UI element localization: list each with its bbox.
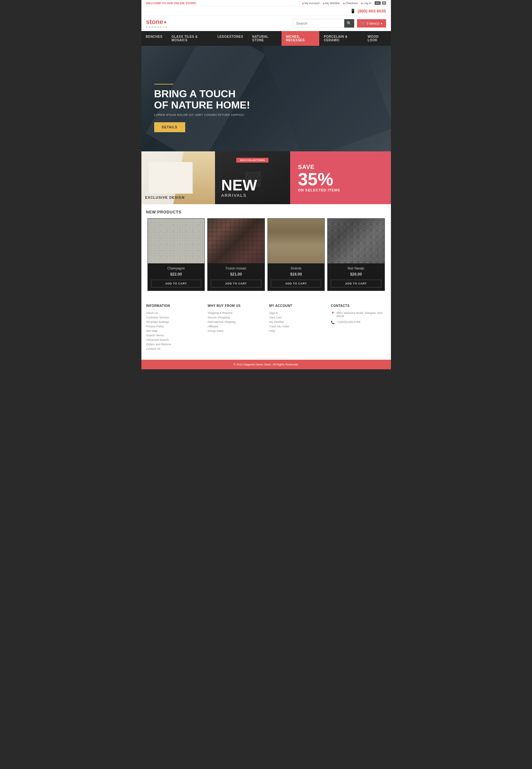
phone-bar: 📱 (800) 603 6035 xyxy=(141,6,391,16)
product-price-strands: $18.00 xyxy=(271,272,322,276)
footer-my-wishlist[interactable]: My Wishlist xyxy=(269,320,325,323)
footer-contacts-title: CONTACTS xyxy=(331,304,386,307)
logo[interactable]: stone✦ PRODUCTS xyxy=(146,18,168,28)
top-bar: WELCOME TO OUR ONLINE STORE! My Account … xyxy=(141,0,391,6)
promo-arrivals-label: ARRIVALS xyxy=(221,193,290,198)
promo-percent: 35% xyxy=(298,170,333,188)
hero-subtitle: LOREM IPSUM DOLOR SIT AMET CONSECTETUER … xyxy=(154,113,250,116)
footer-about-us[interactable]: About Us xyxy=(146,311,202,314)
add-to-cart-fusion[interactable]: ADD TO CART xyxy=(211,280,261,287)
new-products-title: NEW PRODUCTS xyxy=(141,204,391,218)
footer-shipping-returns[interactable]: Shipping & Returns xyxy=(208,311,263,314)
checkout-link[interactable]: Checkout xyxy=(343,2,358,5)
product-name-noir: Noir Navajo xyxy=(331,266,381,270)
footer-address-item: 📍 8901 Marmora Road, Glasgow, D04 89GR xyxy=(331,311,386,318)
product-card-strands: Strands $18.00 ADD TO CART xyxy=(267,218,325,291)
hero-title: BRING A TOUCHOF NATURE HOME! xyxy=(154,88,250,111)
footer-advanced-search[interactable]: Advanced Search xyxy=(146,338,202,341)
product-info-fusion: Fusion mosaic $21.00 ADD TO CART xyxy=(208,263,265,290)
promo-exclusive-design[interactable]: EXCLUSIVE DESIGN xyxy=(141,151,215,204)
footer-col-why-buy: WHY BUY FROM US Shipping & Returns Secur… xyxy=(208,304,263,352)
add-to-cart-strands[interactable]: ADD TO CART xyxy=(271,280,322,287)
footer-affiliates[interactable]: Affiliates xyxy=(208,325,263,328)
cart-count: 0 item(s) xyxy=(367,22,379,25)
phone-icon: 📱 xyxy=(350,9,355,13)
product-price-noir: $26.00 xyxy=(331,272,381,276)
promo-new-arrivals[interactable]: ▨ 2015 COLLECTIONS NEW ARRIVALS xyxy=(215,151,290,204)
product-image-noir xyxy=(328,218,385,263)
search-button[interactable]: 🔍 xyxy=(344,19,354,28)
hero-banner: BRING A TOUCHOF NATURE HOME! LOREM IPSUM… xyxy=(141,46,391,151)
cart-chevron: ▾ xyxy=(381,22,382,25)
nav-glass-tiles[interactable]: GLASS TILES & MOSAICS xyxy=(167,31,213,46)
promo-center-badge: 2015 COLLECTIONS xyxy=(236,158,268,162)
copyright-text: © 2014 Magento Demo Store. All Rights Re… xyxy=(234,363,298,366)
flag-currency[interactable]: $ xyxy=(382,1,386,5)
product-card-fusion: Fusion mosaic $21.00 ADD TO CART xyxy=(207,218,265,291)
logo-sub: PRODUCTS xyxy=(146,26,168,28)
footer-customer-service[interactable]: Customer Service xyxy=(146,316,202,319)
product-price-fusion: $21.00 xyxy=(211,272,261,276)
login-link[interactable]: Log In xyxy=(361,2,371,5)
language-flags: EN $ xyxy=(375,1,386,5)
footer-phone-item: 📞 +1(800)1345-6789 xyxy=(331,320,386,324)
footer-account-title: MY ACCOUNT xyxy=(269,304,325,307)
footer-privacy-policy[interactable]: Privacy Policy xyxy=(146,325,202,328)
add-to-cart-noir[interactable]: ADD TO CART xyxy=(331,280,381,287)
product-image-fusion xyxy=(208,218,265,263)
phone-footer-icon: 📞 xyxy=(331,321,335,324)
footer-information-title: INFORMATION xyxy=(146,304,202,307)
promo-new-label: NEW xyxy=(221,178,290,193)
footer-contact-us[interactable]: Contact Us xyxy=(146,347,202,350)
nav-wood-look[interactable]: WOOD LOOK xyxy=(363,31,391,46)
product-card-champagne: Champagne $22.00 ADD TO CART xyxy=(147,218,205,291)
search-input[interactable] xyxy=(293,20,344,27)
phone-number: 📱 (800) 603 6035 xyxy=(350,9,386,13)
add-to-cart-champagne[interactable]: ADD TO CART xyxy=(151,280,202,287)
footer-international-shipping[interactable]: International Shipping xyxy=(208,320,263,323)
product-info-champagne: Champagne $22.00 ADD TO CART xyxy=(148,263,205,290)
footer-help[interactable]: Help xyxy=(269,329,325,332)
footer-site-map[interactable]: Site Map xyxy=(146,329,202,332)
cart-button[interactable]: 🛒 0 item(s) ▾ xyxy=(357,19,386,28)
header: stone✦ PRODUCTS 🔍 🛒 0 item(s) ▾ xyxy=(141,16,391,31)
top-bar-links: My Account My Wishlist Checkout Log In E… xyxy=(302,1,386,5)
footer-col-information: INFORMATION About Us Customer Service Te… xyxy=(146,304,202,352)
welcome-text: WELCOME TO OUR ONLINE STORE! xyxy=(146,2,196,5)
my-account-link[interactable]: My Account xyxy=(302,2,319,5)
footer-track-order[interactable]: Track My Order xyxy=(269,325,325,328)
logo-text: stone✦ xyxy=(146,18,168,26)
nav-ledgestones[interactable]: LEDGESTONES xyxy=(213,31,248,46)
footer-bottom: © 2014 Magento Demo Store. All Rights Re… xyxy=(141,360,391,369)
footer-template-settings[interactable]: Template Settings xyxy=(146,320,202,323)
flag-en[interactable]: EN xyxy=(375,1,381,5)
footer-why-buy-title: WHY BUY FROM US xyxy=(208,304,263,307)
promo-row: EXCLUSIVE DESIGN ▨ 2015 COLLECTIONS NEW … xyxy=(141,151,391,204)
footer-secure-shopping[interactable]: Secure Shopping xyxy=(208,316,263,319)
footer-address: 8901 Marmora Road, Glasgow, D04 89GR xyxy=(337,311,386,318)
nav-porcelain[interactable]: PORCELAIN & CERAMIC xyxy=(319,31,363,46)
footer-col-contacts: CONTACTS 📍 8901 Marmora Road, Glasgow, D… xyxy=(331,304,386,352)
product-image-strands xyxy=(268,218,325,263)
nav-benches[interactable]: BENCHES xyxy=(141,31,167,46)
product-info-noir: Noir Navajo $26.00 ADD TO CART xyxy=(328,263,385,290)
footer-orders-returns[interactable]: Orders and Returns xyxy=(146,343,202,346)
promo-save[interactable]: SAVE 35% ON SELECTED ITEMS xyxy=(290,151,391,204)
main-nav: BENCHES GLASS TILES & MOSAICS LEDGESTONE… xyxy=(141,31,391,46)
nav-niches[interactable]: NICHES, RECESSES xyxy=(282,31,319,46)
footer-columns: INFORMATION About Us Customer Service Te… xyxy=(146,304,386,352)
hero-details-button[interactable]: DETAILS xyxy=(154,122,185,132)
my-wishlist-link[interactable]: My Wishlist xyxy=(323,2,340,5)
hero-content: BRING A TOUCHOF NATURE HOME! LOREM IPSUM… xyxy=(154,84,250,132)
product-name-champagne: Champagne xyxy=(151,266,202,270)
footer-phone: +1(800)1345-6789 xyxy=(337,320,360,323)
footer-search-terms[interactable]: Search Terms xyxy=(146,334,202,337)
product-image-champagne xyxy=(148,218,205,263)
footer-view-cart[interactable]: View Cart xyxy=(269,316,325,319)
footer-sign-in[interactable]: Sign In xyxy=(269,311,325,314)
promo-items-text: ON SELECTED ITEMS xyxy=(298,188,340,192)
product-name-fusion: Fusion mosaic xyxy=(211,266,261,270)
nav-natural-stone[interactable]: NATURAL STONE xyxy=(248,31,282,46)
logo-star: ✦ xyxy=(163,20,167,25)
footer-group-sales[interactable]: Group Sales xyxy=(208,329,263,332)
